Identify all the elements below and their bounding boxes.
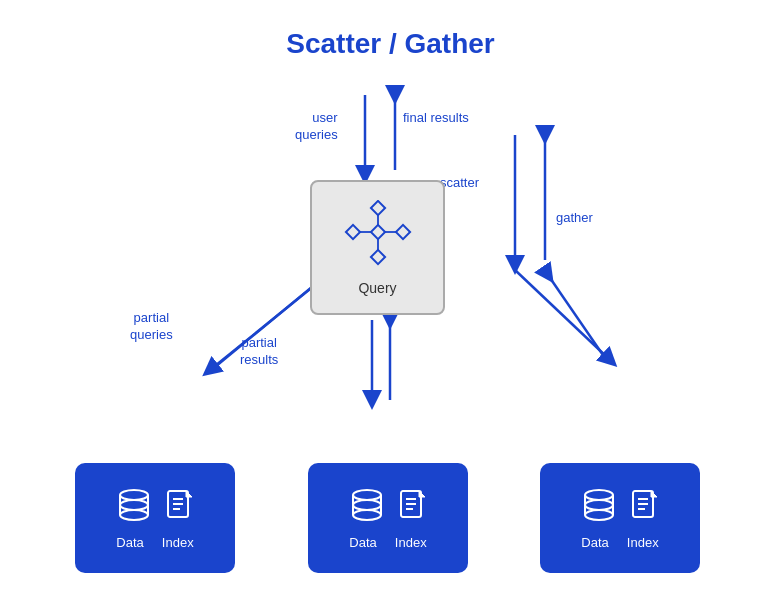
document-icon-center bbox=[399, 489, 427, 525]
database-icon-left bbox=[116, 487, 152, 527]
svg-rect-13 bbox=[395, 224, 409, 238]
index-label-left: Index bbox=[162, 535, 194, 550]
data-box-left: Data Index bbox=[75, 463, 235, 573]
database-icon-right bbox=[581, 487, 617, 527]
svg-point-34 bbox=[353, 500, 381, 510]
svg-point-43 bbox=[585, 510, 613, 520]
partial-queries-label: partialqueries bbox=[130, 310, 173, 344]
diagram: userqueries final results scatter gather… bbox=[0, 80, 781, 593]
svg-marker-39 bbox=[419, 491, 425, 497]
data-box-center: Data Index bbox=[308, 463, 468, 573]
scatter-label: scatter bbox=[440, 175, 479, 190]
svg-point-24 bbox=[120, 500, 148, 510]
svg-point-40 bbox=[585, 490, 613, 500]
document-icon-right bbox=[631, 489, 659, 525]
svg-rect-12 bbox=[345, 224, 359, 238]
data-box-right-labels: Data Index bbox=[581, 535, 658, 550]
final-results-label: final results bbox=[403, 110, 469, 127]
svg-rect-11 bbox=[370, 200, 384, 214]
network-icon bbox=[343, 200, 413, 270]
index-label-right: Index bbox=[627, 535, 659, 550]
data-box-left-labels: Data Index bbox=[116, 535, 193, 550]
document-icon-left bbox=[166, 489, 194, 525]
svg-point-33 bbox=[353, 510, 381, 520]
svg-rect-10 bbox=[370, 224, 384, 238]
data-box-right: Data Index bbox=[540, 463, 700, 573]
partial-results-label: partialresults bbox=[240, 335, 278, 369]
data-box-left-icons bbox=[116, 487, 194, 527]
data-box-right-icons bbox=[581, 487, 659, 527]
page-title: Scatter / Gather bbox=[0, 0, 781, 60]
data-label-center: Data bbox=[349, 535, 376, 550]
index-label-center: Index bbox=[395, 535, 427, 550]
query-box: Query bbox=[310, 180, 445, 315]
gather-label: gather bbox=[556, 210, 593, 225]
data-box-center-icons bbox=[349, 487, 427, 527]
svg-line-5 bbox=[548, 275, 605, 358]
svg-marker-29 bbox=[186, 491, 192, 497]
database-icon-center bbox=[349, 487, 385, 527]
data-box-center-labels: Data Index bbox=[349, 535, 426, 550]
user-queries-label: userqueries bbox=[295, 110, 338, 144]
query-label: Query bbox=[358, 280, 396, 296]
svg-point-30 bbox=[353, 490, 381, 500]
data-label-left: Data bbox=[116, 535, 143, 550]
svg-marker-49 bbox=[651, 491, 657, 497]
svg-rect-14 bbox=[370, 249, 384, 263]
data-label-right: Data bbox=[581, 535, 608, 550]
svg-point-44 bbox=[585, 500, 613, 510]
svg-point-23 bbox=[120, 510, 148, 520]
svg-point-19 bbox=[120, 490, 148, 500]
